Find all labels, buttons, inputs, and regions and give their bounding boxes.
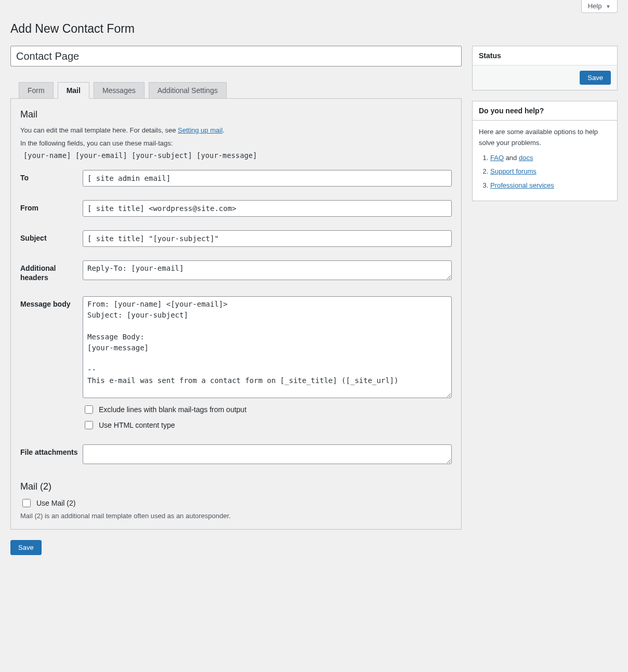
body-textarea[interactable] [83,296,452,398]
help-item-pro: Professional services [490,180,611,191]
save-button-sidebar[interactable]: Save [580,71,611,85]
mail-panel: Mail You can edit the mail template here… [10,98,462,530]
faq-link[interactable]: FAQ [490,154,504,162]
tab-row: Form Mail Messages Additional Settings [10,82,462,98]
subject-label: Subject [20,230,83,243]
from-label: From [20,200,83,213]
help-tab-label: Help [588,2,602,10]
professional-services-link[interactable]: Professional services [490,181,554,189]
mail-desc-1: You can edit the mail template here. For… [20,125,452,136]
help-tab[interactable]: Help ▼ [581,0,618,13]
setting-up-mail-link[interactable]: Setting up mail [178,126,223,134]
from-input[interactable] [83,200,452,217]
help-metabox-title: Do you need help? [473,101,617,121]
use-mail2-checkbox[interactable] [22,499,31,507]
mail2-section-title: Mail (2) [20,481,452,492]
support-forums-link[interactable]: Support forums [490,167,537,175]
body-label: Message body [20,296,83,309]
use-mail2-label: Use Mail (2) [36,499,75,507]
headers-textarea[interactable] [83,260,452,280]
mail-desc-2: In the following fields, you can use the… [20,138,452,149]
subject-input[interactable] [83,230,452,247]
use-html-label: Use HTML content type [99,421,175,429]
docs-link[interactable]: docs [519,154,533,162]
help-metabox-desc: Here are some available options to help … [479,127,611,149]
chevron-down-icon: ▼ [606,4,611,9]
to-input[interactable] [83,170,452,187]
save-button-bottom[interactable]: Save [10,540,42,555]
help-item-support: Support forums [490,166,611,177]
mail-section-title: Mail [20,109,452,120]
tab-messages[interactable]: Messages [94,82,145,99]
exclude-blank-checkbox[interactable] [85,405,93,414]
tab-mail[interactable]: Mail [58,82,89,99]
mail2-desc: Mail (2) is an additional mail template … [20,512,452,520]
use-html-checkbox[interactable] [85,421,93,429]
help-item-faq-docs: FAQ and docs [490,153,611,164]
status-metabox-title: Status [473,46,617,65]
tab-form[interactable]: Form [19,82,54,99]
to-label: To [20,170,83,183]
tab-additional-settings[interactable]: Additional Settings [149,82,227,99]
mail-tags-list: [your-name] [your-email] [your-subject] … [23,151,452,160]
page-title: Add New Contact Form [10,17,618,38]
form-title-input[interactable] [10,46,462,67]
exclude-blank-label: Exclude lines with blank mail-tags from … [99,405,246,414]
help-metabox: Do you need help? Here are some availabl… [472,101,618,201]
attachments-label: File attachments [20,444,83,457]
status-metabox: Status Save [472,46,618,90]
attachments-textarea[interactable] [83,444,452,464]
headers-label: Additional headers [20,260,83,283]
